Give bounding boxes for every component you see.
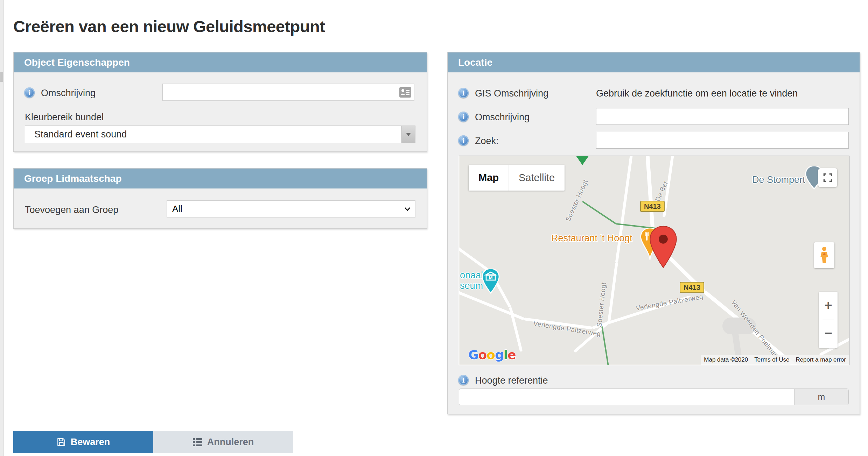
logo-letter: o	[486, 348, 495, 362]
kleurbereik-label: Kleurbereik bundel	[25, 112, 104, 123]
hoogte-unit: m	[794, 389, 848, 405]
road-label-verlengde-paltzerweg: Verlengde Paltzerweg	[533, 320, 601, 338]
terms-of-use-link[interactable]: Terms of Use	[751, 355, 792, 365]
museum-label-line1: onaal	[460, 270, 483, 280]
trail	[601, 326, 610, 365]
zoek-label: Zoek:	[475, 136, 499, 147]
save-button[interactable]: Bewaren	[13, 431, 153, 453]
info-icon[interactable]: i	[458, 375, 469, 385]
omschrijving-label: Omschrijving	[41, 88, 96, 99]
locatie-omschrijving-input[interactable]	[596, 108, 849, 125]
info-icon[interactable]: i	[24, 87, 35, 98]
chevron-down-icon	[404, 206, 411, 213]
location-header: Locatie	[448, 52, 860, 72]
info-icon[interactable]: i	[458, 88, 469, 98]
road	[849, 156, 849, 209]
logo-letter: l	[504, 348, 507, 362]
place-label-restaurant[interactable]: Restaurant 't Hoogt	[551, 233, 632, 244]
google-map[interactable]: Soester Hoogt Soester Hoogt De Ber Verle…	[459, 156, 849, 365]
list-icon	[193, 438, 202, 446]
omschrijving-input[interactable]	[162, 84, 414, 101]
route-badge-n413: N413	[680, 282, 704, 293]
hoogte-input[interactable]	[459, 389, 794, 405]
place-label-de-stompert[interactable]: De Stompert	[752, 174, 805, 185]
group-membership-panel: Groep Lidmaatschap Toevoegen aan Groep A…	[13, 168, 427, 229]
logo-letter: e	[507, 348, 516, 362]
fullscreen-button[interactable]	[818, 168, 837, 187]
road	[608, 262, 618, 322]
locatie-omschrijving-label: Omschrijving	[475, 112, 530, 123]
trail	[582, 201, 617, 225]
gis-omschrijving-label: GIS Omschrijving	[475, 88, 548, 99]
kleurbereik-value: Standard event sound	[34, 126, 127, 143]
route-badge-n413: N413	[640, 201, 665, 212]
info-icon[interactable]: i	[458, 112, 469, 122]
save-icon	[57, 437, 66, 447]
google-logo[interactable]: Google	[468, 348, 516, 362]
location-panel: Locatie i GIS Omschrijving Gebruik de zo…	[447, 52, 860, 414]
caret-down-icon	[406, 133, 411, 136]
logo-letter: o	[478, 348, 487, 362]
hoogte-referentie-label: Hoogte referentie	[475, 375, 548, 386]
map-data-text: Map data ©2020	[701, 355, 751, 365]
map-type-control: Map Satellite	[469, 165, 565, 191]
toevoegen-value: All	[172, 201, 182, 217]
object-properties-header: Object Eigenschappen	[14, 52, 427, 72]
zoom-in-button[interactable]: +	[819, 292, 838, 320]
cancel-button[interactable]: Annuleren	[153, 431, 293, 453]
splitter-handle-icon[interactable]	[0, 72, 3, 82]
zoom-control: + −	[819, 292, 838, 348]
group-membership-header: Groep Lidmaatschap	[14, 169, 427, 188]
kleurbereik-dropdown[interactable]: Standard event sound	[25, 126, 415, 143]
red-marker-icon[interactable]	[648, 226, 678, 268]
gis-hint-text: Gebruik de zoekfunctie om een locatie te…	[596, 88, 798, 99]
left-splitter[interactable]	[0, 0, 4, 456]
dropdown-arrow-button[interactable]	[401, 126, 415, 143]
road-label-soester-hoogt: Soester Hoogt	[595, 282, 608, 328]
save-button-label: Bewaren	[71, 437, 110, 448]
report-map-error-link[interactable]: Report a map error	[792, 355, 849, 365]
museum-pin-icon[interactable]: M	[482, 269, 500, 294]
zoom-out-button[interactable]: −	[819, 320, 838, 348]
fullscreen-icon	[823, 173, 833, 183]
museum-label-line2: seum	[460, 280, 483, 291]
logo-letter: G	[468, 348, 478, 362]
svg-text:M: M	[489, 275, 493, 280]
contact-card-icon[interactable]	[399, 87, 411, 98]
toevoegen-select[interactable]: All	[167, 200, 415, 218]
object-properties-panel: Object Eigenschappen i Omschrijving Kleu…	[13, 52, 427, 152]
road	[459, 291, 524, 320]
zoek-input[interactable]	[596, 132, 849, 149]
toevoegen-label: Toevoegen aan Groep	[25, 205, 118, 215]
road-label-verlengde-paltzerweg: Verlengde Paltzerweg	[635, 293, 704, 312]
green-pin-icon[interactable]	[575, 156, 589, 165]
pegman-icon	[819, 247, 829, 264]
pegman-control[interactable]	[814, 242, 834, 268]
road	[615, 156, 633, 263]
road	[509, 307, 523, 352]
place-label-museum[interactable]: onaal seum	[459, 270, 483, 291]
info-icon[interactable]: i	[458, 135, 469, 146]
cancel-button-label: Annuleren	[207, 437, 254, 448]
page-title: Creëren van een nieuw Geluidsmeetpunt	[13, 17, 325, 36]
logo-letter: g	[495, 348, 504, 362]
road-label-soester-hoogt: Soester Hoogt	[564, 179, 589, 223]
map-type-map-button[interactable]: Map	[469, 165, 509, 191]
hoogte-input-group: m	[459, 389, 849, 405]
map-attribution: Map data ©2020 Terms of Use Report a map…	[701, 355, 849, 365]
map-type-satellite-button[interactable]: Satellite	[509, 165, 565, 191]
